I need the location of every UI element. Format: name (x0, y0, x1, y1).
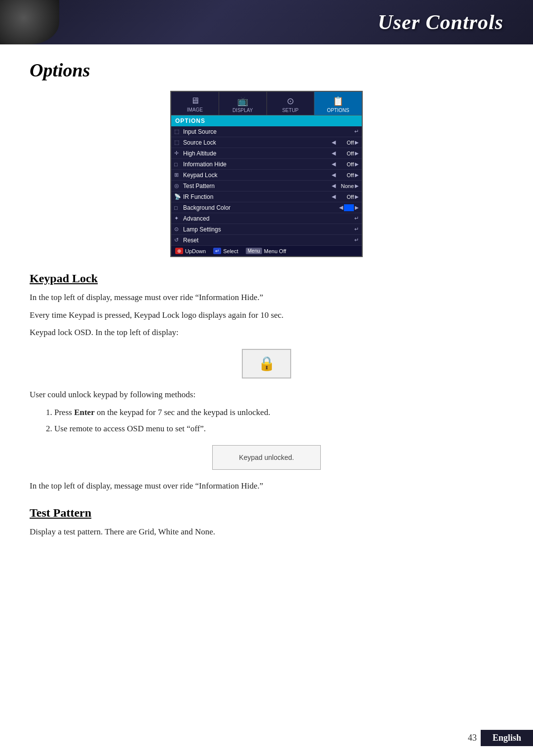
page-language: English (481, 730, 533, 746)
test-pattern-label: Test Pattern (183, 183, 332, 189)
setup-tab-icon: ⊙ (269, 96, 312, 107)
osd-row-input-source[interactable]: ⬚ Input Source ↵ (171, 126, 362, 137)
osd-footer: ⊕ UpDown ↵ Select Menu Menu Off (171, 246, 362, 256)
osd-footer-menu-off: Menu Menu Off (246, 248, 286, 254)
page-footer: 43 English (468, 730, 533, 746)
reset-label: Reset (183, 237, 354, 244)
unlock-note: User could unlock keypad by following me… (30, 388, 503, 401)
info-hide-label: Information Hide (183, 161, 332, 168)
test-pattern-value: None (337, 183, 354, 189)
header-banner: User Controls (0, 0, 533, 44)
osd-row-source-lock[interactable]: ⬚ Source Lock ◀ Off ▶ (171, 137, 362, 148)
select-icon: ↵ (213, 248, 221, 254)
lamp-settings-label: Lamp Settings (183, 226, 354, 233)
display-tab-label: DISPLAY (232, 108, 253, 113)
osd-row-test-pattern[interactable]: ◎ Test Pattern ◀ None ▶ (171, 181, 362, 191)
test-pattern-heading: Test Pattern (30, 506, 503, 520)
osd-row-information-hide[interactable]: □ Information Hide ◀ Off ▶ (171, 159, 362, 170)
osd-row-keypad-lock[interactable]: ⊞ Keypad Lock ◀ Off ▶ (171, 170, 362, 181)
source-lock-icon: ⬚ (174, 139, 183, 146)
keypad-lock-heading: Keypad Lock (30, 272, 503, 285)
lock-icon-box: 🔒 (242, 349, 291, 378)
keypad-lock-icon: ⊞ (174, 172, 183, 178)
menu-off-icon: Menu (246, 248, 262, 254)
high-altitude-value: Off (337, 151, 354, 156)
advanced-enter: ↵ (354, 215, 359, 222)
test-pattern-description: Display a test pattern. There are Grid, … (30, 526, 503, 538)
page-number: 43 (468, 733, 481, 743)
info-hide-icon: □ (174, 161, 183, 167)
keypad-unlocked-label: Keypad unlocked. (239, 454, 294, 461)
section-title: Options (30, 59, 503, 81)
keypad-lock-para3: Keypad lock OSD. In the top left of disp… (30, 326, 503, 339)
osd-tab-display[interactable]: 📺 DISPLAY (219, 92, 267, 115)
lamp-settings-enter: ↵ (354, 226, 359, 232)
keypad-lock-para2: Every time Keypad is pressed, Keypad Loc… (30, 309, 503, 322)
ir-function-icon: 📡 (174, 193, 183, 200)
main-content: Options 🖥 IMAGE 📺 DISPLAY ⊙ SETUP 📋 OPTI… (0, 44, 533, 572)
osd-row-lamp-settings[interactable]: ⊙ Lamp Settings ↵ (171, 224, 362, 235)
ir-function-value: Off (337, 194, 354, 200)
input-source-label: Input Source (183, 128, 354, 135)
options-tab-label: OPTIONS (327, 108, 349, 113)
osd-row-high-altitude[interactable]: ✛ High Altitude ◀ Off ▶ (171, 148, 362, 159)
osd-section-header: OPTIONS (171, 115, 362, 126)
keypad-lock-value: Off (337, 172, 354, 178)
select-label: Select (223, 248, 238, 254)
ir-function-label: IR Function (183, 193, 332, 200)
osd-footer-updown: ⊕ UpDown (175, 248, 206, 254)
keypad-lock-para4: In the top left of display, message must… (30, 480, 503, 492)
setup-tab-label: SETUP (282, 108, 299, 113)
options-tab-icon: 📋 (316, 96, 360, 107)
info-hide-value: Off (337, 161, 354, 167)
advanced-label: Advanced (183, 215, 354, 222)
osd-tab-options[interactable]: 📋 OPTIONS (314, 92, 362, 115)
menu-off-label: Menu Off (264, 248, 286, 254)
osd-row-ir-function[interactable]: 📡 IR Function ◀ Off ▶ (171, 191, 362, 202)
bg-color-icon: □ (174, 205, 183, 211)
osd-row-reset[interactable]: ↺ Reset ↵ (171, 235, 362, 246)
osd-footer-select: ↵ Select (213, 248, 238, 254)
image-tab-icon: 🖥 (173, 96, 217, 106)
input-source-enter: ↵ (354, 128, 359, 135)
source-lock-value: Off (337, 140, 354, 146)
display-tab-icon: 📺 (221, 96, 265, 107)
keypad-lock-label: Keypad Lock (183, 172, 332, 179)
lamp-settings-icon: ⊙ (174, 226, 183, 232)
osd-row-background-color[interactable]: □ Background Color ◀ ▶ (171, 202, 362, 213)
reset-icon: ↺ (174, 237, 183, 243)
osd-tab-image[interactable]: 🖥 IMAGE (171, 92, 219, 115)
page-title: User Controls (378, 10, 503, 34)
updown-icon: ⊕ (175, 248, 183, 254)
test-pattern-icon: ◎ (174, 183, 183, 189)
keypad-lock-para1: In the top left of display, message must… (30, 291, 503, 304)
updown-label: UpDown (185, 248, 206, 254)
high-altitude-label: High Altitude (183, 150, 332, 157)
unlock-step-2: Use remote to access OSD menu to set “of… (54, 422, 503, 435)
unlock-steps-list: Press Enter on the keypad for 7 sec and … (54, 406, 503, 435)
lock-icon: 🔒 (258, 355, 275, 372)
bg-color-swatch (344, 204, 354, 211)
osd-tab-setup[interactable]: ⊙ SETUP (267, 92, 315, 115)
bg-color-label: Background Color (183, 204, 339, 211)
source-lock-label: Source Lock (183, 139, 332, 146)
keypad-unlocked-box: Keypad unlocked. (212, 445, 321, 470)
unlock-step-1: Press Enter on the keypad for 7 sec and … (54, 406, 503, 419)
lens-decoration (0, 0, 59, 44)
osd-row-advanced[interactable]: ✦ Advanced ↵ (171, 213, 362, 224)
osd-menu: 🖥 IMAGE 📺 DISPLAY ⊙ SETUP 📋 OPTIONS OPTI… (170, 91, 363, 257)
advanced-icon: ✦ (174, 215, 183, 222)
high-altitude-icon: ✛ (174, 150, 183, 156)
osd-tabs: 🖥 IMAGE 📺 DISPLAY ⊙ SETUP 📋 OPTIONS (171, 92, 362, 115)
image-tab-label: IMAGE (187, 107, 203, 113)
reset-enter: ↵ (354, 237, 359, 243)
input-source-icon: ⬚ (174, 128, 183, 135)
